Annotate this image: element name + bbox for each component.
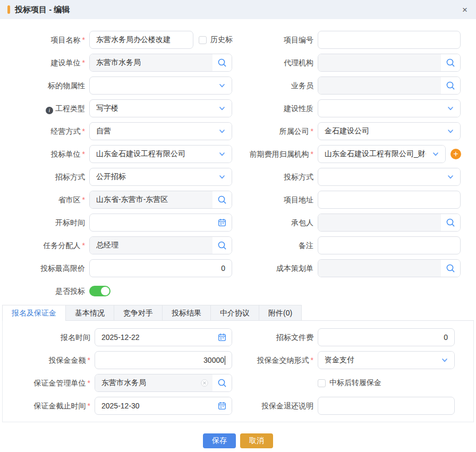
deposit-manage-unit-lookup[interactable]: 东营市水务局: [95, 374, 232, 392]
tender-doc-fee-label: 招标文件费: [238, 328, 318, 346]
cost-plan-lookup[interactable]: [318, 259, 461, 277]
operation-mode-select[interactable]: 自营: [89, 122, 232, 140]
project-type-label: i工程类型: [0, 99, 89, 117]
subject-attribute-label: 标的物属性: [0, 76, 89, 95]
cancel-button[interactable]: 取消: [240, 433, 273, 448]
deposit-pay-form-label: 投保金交纳形式*: [238, 351, 318, 369]
search-icon[interactable]: [441, 54, 460, 71]
signup-time-label: 报名时间: [3, 328, 95, 346]
project-name-label: 项目名称*: [0, 31, 89, 49]
project-code-label: 项目编号: [238, 31, 318, 49]
search-icon[interactable]: [441, 77, 460, 94]
agency-lookup[interactable]: [318, 54, 461, 72]
project-code-input[interactable]: [318, 31, 461, 49]
task-assigner-lookup[interactable]: 总经理: [89, 236, 232, 254]
chevron-down-icon: [441, 100, 460, 117]
construction-nature-label: 建设性质: [238, 99, 318, 117]
bid-max-price-label: 投标最高限价: [0, 259, 89, 277]
salesman-lookup[interactable]: [318, 76, 461, 95]
early-cost-org-label: 前期费用归属机构*: [238, 145, 318, 163]
accent-bar: [7, 5, 10, 14]
bid-mode-select[interactable]: [318, 168, 461, 186]
clear-icon[interactable]: [201, 379, 208, 387]
parent-company-label: 所属公司*: [238, 122, 318, 140]
bidding-unit-label: 投标单位*: [0, 145, 89, 163]
remark-input[interactable]: [318, 236, 461, 254]
calendar-icon[interactable]: [212, 214, 232, 231]
tab-agency-agreement[interactable]: 中介协议: [211, 305, 259, 320]
is-bidding-toggle[interactable]: [89, 286, 110, 296]
deposit-amount-input[interactable]: 30000: [95, 351, 232, 369]
chevron-down-icon: [212, 77, 232, 94]
text-caret: [225, 356, 225, 365]
operation-mode-label: 经营方式*: [0, 122, 89, 140]
bid-open-time-label: 开标时间: [0, 214, 89, 232]
history-bid-checkbox[interactable]: 历史标: [199, 35, 233, 45]
chevron-down-icon: [212, 123, 232, 140]
checkbox-icon[interactable]: [199, 36, 207, 44]
chevron-down-icon: [212, 100, 232, 117]
tab-competitors[interactable]: 竞争对手: [114, 305, 163, 320]
search-icon[interactable]: [212, 191, 232, 208]
deposit-refund-note-label: 投保金退还说明: [238, 397, 318, 415]
calendar-icon[interactable]: [212, 329, 232, 346]
bid-open-time-datepicker[interactable]: [89, 214, 232, 232]
add-org-button[interactable]: +: [450, 149, 461, 159]
tender-mode-label: 招标方式: [0, 168, 89, 186]
tab-attachments[interactable]: 附件(0): [259, 305, 302, 320]
tender-doc-fee-input[interactable]: 0: [318, 328, 455, 346]
signup-deposit-panel: 报名时间 2025-12-22 招标文件费 0 投保金金额* 30000 投保金…: [2, 321, 474, 422]
subject-attribute-select[interactable]: [89, 76, 232, 95]
salesman-label: 业务员: [238, 76, 318, 95]
save-button[interactable]: 保存: [203, 433, 236, 448]
project-address-input[interactable]: [318, 191, 461, 209]
dialog-title: 投标项目 - 编辑: [15, 5, 70, 15]
bidding-unit-select[interactable]: 山东金石建设工程有限公司: [89, 145, 232, 163]
tab-bid-result[interactable]: 投标结果: [163, 305, 211, 320]
search-icon[interactable]: [212, 374, 232, 391]
deposit-pay-form-select[interactable]: 资金支付: [318, 351, 455, 369]
construction-unit-lookup[interactable]: 东营市水务局: [89, 54, 232, 72]
search-icon[interactable]: [441, 214, 460, 231]
bid-max-price-input[interactable]: 0: [89, 259, 232, 277]
deposit-deadline-datepicker[interactable]: 2025-12-30: [95, 397, 232, 415]
info-icon: i: [46, 107, 53, 114]
construction-unit-label: 建设单位*: [0, 54, 89, 72]
region-lookup[interactable]: 山东省-东营市-东营区: [89, 191, 232, 209]
transfer-after-win-checkbox[interactable]: 中标后转履保金: [318, 378, 381, 388]
detail-tabs-area: 报名及保证金 基本情况 竞争对手 投标结果 中介协议 附件(0) 报名时间 20…: [2, 305, 474, 422]
contractor-lookup[interactable]: [318, 214, 461, 232]
calendar-icon[interactable]: [212, 397, 232, 414]
toggle-knob: [101, 287, 109, 295]
deposit-manage-unit-label: 保证金管理单位*: [3, 374, 95, 392]
search-icon[interactable]: [212, 237, 232, 254]
chevron-down-icon: [435, 352, 454, 369]
bid-mode-label: 投标方式: [238, 168, 318, 186]
chevron-down-icon: [441, 168, 460, 185]
cost-plan-label: 成本策划单: [238, 259, 318, 277]
project-type-select[interactable]: 写字楼: [89, 99, 232, 117]
chevron-down-icon: [212, 146, 232, 163]
chevron-down-icon: [426, 146, 445, 163]
construction-nature-select[interactable]: [318, 99, 461, 117]
project-address-label: 项目地址: [238, 191, 318, 209]
project-name-input[interactable]: 东营水务局办公楼改建: [89, 31, 193, 49]
contractor-label: 承包人: [238, 214, 318, 232]
task-assigner-label: 任务分配人*: [0, 236, 89, 254]
early-cost-org-select[interactable]: 山东金石建设工程有限公司_财务: [318, 145, 446, 163]
deposit-deadline-label: 保证金截止时间*: [3, 397, 95, 415]
tab-basic-info[interactable]: 基本情况: [66, 305, 114, 320]
tender-mode-select[interactable]: 公开招标: [89, 168, 232, 186]
is-bidding-label: 是否投标: [0, 282, 89, 300]
deposit-refund-note-input[interactable]: [318, 397, 455, 415]
main-form: 项目名称* 东营水务局办公楼改建 历史标 项目编号 建设单位* 东营市水务局 代…: [0, 19, 476, 300]
remark-label: 备注: [238, 236, 318, 254]
parent-company-select[interactable]: 金石建设公司: [318, 122, 461, 140]
close-icon[interactable]: ×: [462, 5, 468, 14]
checkbox-icon[interactable]: [318, 379, 326, 387]
search-icon[interactable]: [441, 260, 460, 277]
signup-time-datepicker[interactable]: 2025-12-22: [95, 328, 232, 346]
bid-project-edit-dialog: 投标项目 - 编辑 × 项目名称* 东营水务局办公楼改建 历史标 项目编号 建设…: [0, 0, 476, 452]
search-icon[interactable]: [212, 54, 232, 71]
tab-signup-deposit[interactable]: 报名及保证金: [2, 305, 66, 320]
